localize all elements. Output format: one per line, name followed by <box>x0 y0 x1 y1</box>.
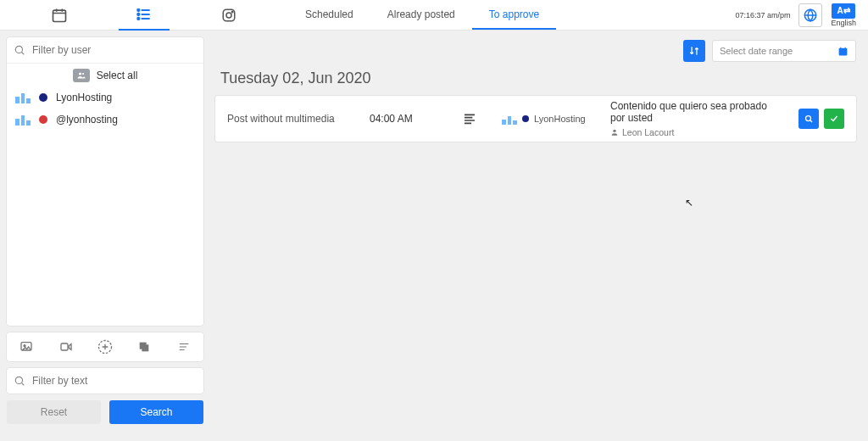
account-name: LyonHosting <box>56 92 112 103</box>
view-post-button[interactable] <box>798 109 819 129</box>
svg-rect-0 <box>53 10 66 21</box>
tab-scheduled[interactable]: Scheduled <box>288 0 370 30</box>
svg-point-8 <box>15 46 22 53</box>
translate-icon: A⇄ <box>832 3 855 19</box>
post-account: LyonHosting <box>502 113 595 125</box>
post-time-label: 04:00 AM <box>370 113 437 125</box>
post-kind-label: Post without multimedia <box>227 113 354 125</box>
search-icon <box>14 44 25 56</box>
svg-rect-16 <box>142 344 149 351</box>
facebook-badge-icon <box>522 115 529 122</box>
globe-icon[interactable] <box>798 3 822 27</box>
bar-icon <box>15 92 31 103</box>
text-post-icon <box>453 112 487 126</box>
svg-point-12 <box>24 345 25 347</box>
filter-user-input[interactable] <box>32 44 197 56</box>
svg-point-20 <box>613 130 615 132</box>
post-card[interactable]: Post without multimedia 04:00 AM LyonHos… <box>215 96 856 142</box>
account-name: @lyonhosting <box>56 114 118 126</box>
svg-point-10 <box>82 72 84 74</box>
cursor-icon: ↖ <box>685 197 693 209</box>
tab-already-posted[interactable]: Already posted <box>370 0 472 30</box>
date-heading: Tuesday 02, Jun 2020 <box>220 70 856 87</box>
search-button[interactable]: Search <box>109 400 203 424</box>
language-switcher[interactable]: A⇄ English <box>831 3 856 27</box>
approve-post-button[interactable] <box>824 109 844 129</box>
add-post-icon[interactable] <box>93 335 117 359</box>
calendar-view-icon[interactable] <box>34 0 85 31</box>
calendar-icon <box>837 46 849 57</box>
select-all-label: Select all <box>97 70 138 81</box>
date-range-placeholder: Select date range <box>720 46 793 56</box>
bar-icon <box>15 114 31 126</box>
filter-text-input[interactable] <box>32 375 197 387</box>
svg-point-1 <box>137 8 139 10</box>
instagram-badge-icon <box>39 115 47 124</box>
reset-button[interactable]: Reset <box>7 400 101 424</box>
post-author: Leon Lacourt <box>610 127 783 137</box>
image-filter-icon[interactable] <box>14 335 38 359</box>
text-filter-icon[interactable] <box>172 335 196 359</box>
svg-point-5 <box>226 13 231 18</box>
sort-button[interactable] <box>683 40 705 62</box>
svg-point-21 <box>806 116 811 121</box>
video-filter-icon[interactable] <box>54 335 78 359</box>
tab-to-approve[interactable]: To approve <box>472 0 556 30</box>
select-all-button[interactable]: Select all <box>7 63 203 87</box>
svg-rect-13 <box>61 343 68 350</box>
search-icon <box>14 375 25 387</box>
carousel-filter-icon[interactable] <box>132 335 156 359</box>
svg-point-9 <box>79 72 81 75</box>
svg-point-6 <box>231 11 233 13</box>
language-label: English <box>831 19 856 27</box>
svg-point-17 <box>15 377 22 383</box>
account-row[interactable]: @lyonhosting <box>7 109 203 131</box>
post-content-text: Contenido que quiero sea probado por ust… <box>610 100 783 124</box>
clock-display: 07:16:37 am/pm <box>735 11 790 20</box>
svg-point-2 <box>137 13 139 14</box>
account-row[interactable]: LyonHosting <box>7 87 203 109</box>
svg-point-3 <box>137 17 139 19</box>
bar-icon <box>502 113 517 125</box>
group-icon <box>73 69 90 82</box>
instagram-icon[interactable] <box>203 0 254 31</box>
date-range-picker[interactable]: Select date range <box>712 40 856 62</box>
list-view-icon[interactable] <box>119 0 170 31</box>
facebook-badge-icon <box>39 93 47 102</box>
